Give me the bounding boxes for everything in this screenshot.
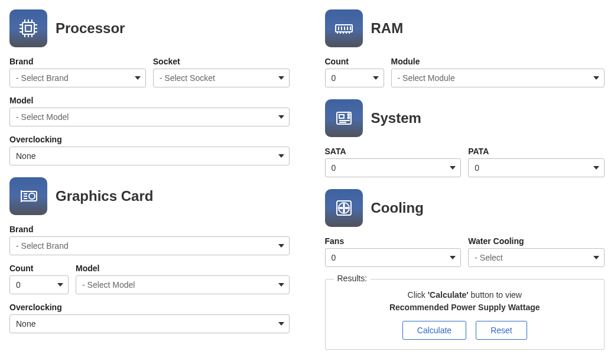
gpu-brand-select[interactable]: - Select Brand [9, 236, 290, 255]
cpu-oc-select[interactable]: None [9, 147, 290, 165]
processor-heading: Processor [9, 9, 290, 47]
right-column: RAM Count 0 Module - Select Module [325, 9, 605, 350]
results-text: Click 'Calculate' button to view Recomme… [335, 289, 595, 314]
gpu-oc-select[interactable]: None [9, 314, 290, 333]
results-line2: Recommended Power Supply Wattage [389, 303, 540, 312]
results-legend: Results: [334, 274, 371, 283]
fans-select[interactable]: 0 [325, 248, 462, 267]
cpu-model-label: Model [9, 96, 290, 105]
sata-label: SATA [325, 147, 462, 156]
svg-point-34 [347, 117, 349, 119]
gpu-icon [9, 177, 47, 215]
cpu-socket-label: Socket [153, 57, 290, 66]
ram-count-label: Count [325, 57, 384, 66]
left-column: Processor Brand - Select Brand Socket - … [9, 9, 290, 350]
fans-label: Fans [325, 236, 462, 246]
motherboard-icon [325, 99, 363, 137]
cpu-socket-select[interactable]: - Select Socket [153, 69, 290, 87]
calculate-button[interactable]: Calculate [402, 321, 466, 340]
system-section: System SATA 0 PATA 0 [325, 99, 605, 177]
gpu-heading: Graphics Card [9, 177, 290, 215]
cpu-model-select[interactable]: - Select Model [9, 108, 290, 126]
water-cooling-select[interactable]: - Select [468, 248, 605, 267]
gpu-count-select[interactable]: 0 [9, 275, 69, 294]
cpu-brand-select[interactable]: - Select Brand [9, 69, 146, 87]
gpu-section: Graphics Card Brand - Select Brand Count… [9, 177, 290, 333]
reset-button[interactable]: Reset [476, 321, 527, 340]
fan-icon [325, 189, 363, 227]
svg-rect-1 [25, 25, 31, 31]
water-cooling-label: Water Cooling [468, 236, 605, 246]
gpu-model-label: Model [76, 264, 290, 273]
gpu-title: Graphics Card [56, 188, 153, 204]
system-heading: System [325, 99, 605, 137]
svg-point-33 [347, 114, 349, 116]
results-line1-bold: 'Calculate' [428, 290, 469, 300]
cooling-title: Cooling [371, 200, 424, 216]
cooling-section: Cooling Fans 0 Water Cooling - Select [325, 189, 605, 267]
ram-section: RAM Count 0 Module - Select Module [325, 9, 605, 87]
results-line1-pre: Click [408, 290, 428, 300]
ram-module-label: Module [391, 57, 605, 66]
cooling-heading: Cooling [325, 189, 605, 227]
results-line1-post: button to view [469, 290, 522, 300]
gpu-brand-label: Brand [9, 225, 290, 234]
ram-icon [325, 9, 363, 47]
results-box: Results: Click 'Calculate' button to vie… [325, 279, 605, 350]
ram-count-select[interactable]: 0 [325, 69, 384, 87]
processor-title: Processor [56, 20, 125, 37]
gpu-oc-label: Overclocking [9, 303, 290, 312]
svg-point-15 [29, 193, 35, 199]
svg-rect-32 [339, 115, 344, 118]
cpu-brand-label: Brand [9, 57, 146, 66]
sata-select[interactable]: 0 [325, 158, 462, 177]
pata-select[interactable]: 0 [468, 158, 605, 177]
svg-rect-0 [22, 22, 34, 34]
gpu-count-label: Count [9, 264, 69, 273]
gpu-model-select[interactable]: - Select Model [76, 275, 290, 294]
cpu-oc-label: Overclocking [9, 135, 290, 144]
ram-heading: RAM [325, 9, 605, 47]
system-title: System [371, 110, 421, 126]
cpu-icon [9, 9, 47, 47]
ram-title: RAM [371, 20, 404, 37]
pata-label: PATA [468, 147, 605, 156]
processor-section: Processor Brand - Select Brand Socket - … [9, 9, 290, 165]
ram-module-select[interactable]: - Select Module [391, 69, 605, 87]
